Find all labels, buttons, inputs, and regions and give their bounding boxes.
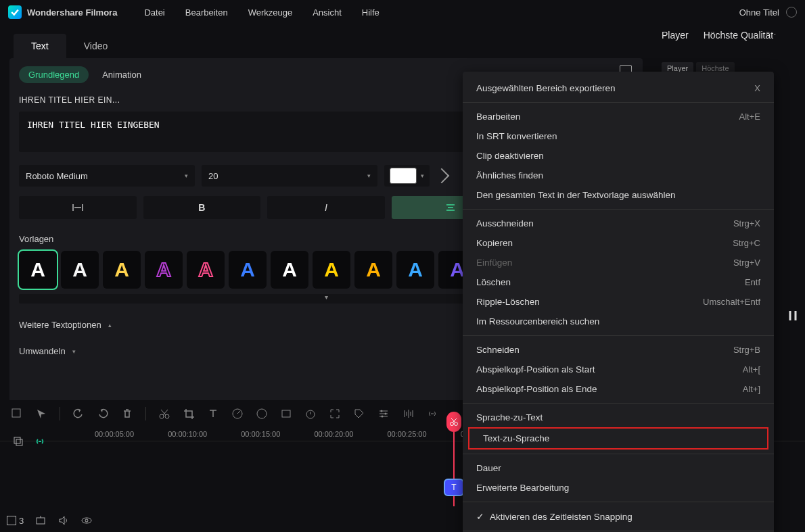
menu-hilfe[interactable]: Hilfe bbox=[362, 7, 380, 18]
text-icon[interactable] bbox=[207, 408, 219, 420]
context-menu-item[interactable]: BearbeitenAlt+E bbox=[463, 107, 774, 126]
clip-text-icon[interactable]: T bbox=[444, 479, 464, 496]
bold-button[interactable]: B bbox=[143, 196, 261, 219]
panel-tabs: Text Video bbox=[0, 24, 649, 58]
svg-point-4 bbox=[257, 409, 267, 418]
delete-icon[interactable] bbox=[121, 408, 133, 420]
menu-items: Datei Bearbeiten Werkzeuge Ansicht Hilfe bbox=[144, 7, 379, 18]
template-item[interactable]: A bbox=[313, 251, 350, 289]
svg-point-11 bbox=[455, 422, 458, 426]
project-title: Ohne Titel bbox=[739, 7, 779, 18]
font-select[interactable]: Roboto Medium ▾ bbox=[19, 165, 195, 187]
tag-icon[interactable] bbox=[353, 408, 365, 420]
context-menu-item[interactable]: Aktivieren des Zeitleisten Snapping bbox=[463, 506, 774, 527]
template-item[interactable]: A bbox=[396, 251, 434, 289]
context-menu: Ausgewählten Bereich exportierenXBearbei… bbox=[463, 72, 774, 532]
char-spacing-button[interactable] bbox=[19, 196, 137, 219]
svg-point-8 bbox=[385, 413, 387, 415]
context-menu-item[interactable]: Abspielkopf-Position als EndeAlt+] bbox=[463, 379, 774, 399]
link-active-icon[interactable] bbox=[34, 435, 46, 448]
pause-icon[interactable] bbox=[787, 310, 800, 322]
tab-text[interactable]: Text bbox=[14, 34, 66, 58]
settings-icon[interactable] bbox=[377, 408, 390, 420]
subtab-grundlegend[interactable]: Grundlegend bbox=[19, 66, 89, 83]
context-menu-item[interactable]: Abspielkopf-Position als StartAlt+[ bbox=[463, 360, 774, 379]
template-item[interactable]: A bbox=[271, 251, 308, 289]
context-menu-item[interactable]: Erweiterte Bearbeitung bbox=[463, 478, 774, 498]
context-menu-item[interactable]: Den gesamten Text in der Textvorlage aus… bbox=[463, 185, 774, 205]
italic-button[interactable]: I bbox=[267, 196, 385, 219]
volume-icon[interactable] bbox=[58, 514, 70, 527]
pointer-icon[interactable] bbox=[35, 408, 47, 420]
context-menu-item[interactable]: Dauer bbox=[463, 458, 774, 478]
quality-select[interactable]: Höchste Qualität˅ bbox=[704, 30, 777, 41]
frame-icon[interactable] bbox=[280, 408, 292, 420]
layers-count[interactable]: 3 bbox=[7, 516, 24, 526]
crop-icon[interactable] bbox=[183, 408, 195, 420]
eye-icon[interactable] bbox=[80, 514, 93, 527]
menu-datei[interactable]: Datei bbox=[144, 7, 164, 18]
context-menu-item[interactable]: Ripple-LöschenUmschalt+Entf bbox=[463, 292, 774, 312]
context-menu-item[interactable]: KopierenStrg+C bbox=[463, 233, 774, 253]
tab-video[interactable]: Video bbox=[66, 34, 126, 58]
redo-icon[interactable] bbox=[97, 408, 109, 420]
svg-point-9 bbox=[382, 416, 384, 418]
context-menu-separator bbox=[463, 502, 774, 502]
time-mark: 00:00:20:00 bbox=[314, 430, 353, 438]
focus-icon[interactable] bbox=[329, 408, 341, 420]
context-menu-item[interactable]: AusschneidenStrg+X bbox=[463, 214, 774, 233]
color-chip bbox=[390, 168, 417, 184]
template-item[interactable]: A bbox=[19, 251, 57, 289]
cut-icon[interactable] bbox=[158, 408, 170, 420]
undo-icon[interactable] bbox=[72, 408, 85, 420]
subtab-animation[interactable]: Animation bbox=[102, 70, 141, 80]
font-select-value: Roboto Medium bbox=[26, 171, 88, 181]
reverse-icon[interactable] bbox=[256, 408, 268, 420]
template-item[interactable]: A bbox=[229, 251, 267, 289]
speed-icon[interactable] bbox=[231, 408, 244, 420]
text-color-picker[interactable]: ▾ bbox=[384, 165, 430, 187]
eyedropper-icon[interactable] bbox=[434, 168, 450, 184]
svg-point-13 bbox=[82, 518, 91, 523]
context-menu-item[interactable]: Ausgewählten Bereich exportierenX bbox=[463, 78, 774, 98]
status-bar: 3 bbox=[7, 514, 93, 527]
menubar: Wondershare Filmora Datei Bearbeiten Wer… bbox=[0, 0, 805, 24]
link-icon[interactable] bbox=[426, 408, 438, 420]
template-item[interactable]: A bbox=[103, 251, 141, 289]
time-mark: 00:00:05:00 bbox=[95, 430, 134, 438]
template-item[interactable]: A bbox=[145, 251, 183, 289]
template-item[interactable]: A bbox=[354, 251, 392, 289]
svg-point-10 bbox=[451, 422, 454, 426]
weitere-label: Weitere Textoptionen bbox=[19, 320, 101, 330]
font-size-select[interactable]: 20 ▾ bbox=[202, 165, 377, 187]
context-menu-item[interactable]: Ähnliches finden bbox=[463, 166, 774, 185]
chevron-down-icon: ▾ bbox=[72, 348, 76, 355]
timer-icon[interactable] bbox=[304, 408, 317, 420]
svg-rect-12 bbox=[37, 518, 45, 524]
menu-ansicht[interactable]: Ansicht bbox=[313, 7, 342, 18]
duplicate-icon[interactable] bbox=[12, 435, 24, 448]
context-menu-item[interactable]: Text-zu-Sprache bbox=[468, 427, 768, 450]
audio-icon[interactable] bbox=[402, 408, 414, 420]
context-menu-item[interactable]: LöschenEntf bbox=[463, 272, 774, 292]
chevron-up-icon: ▴ bbox=[108, 322, 112, 329]
umwandeln-label: Umwandeln bbox=[19, 346, 66, 356]
context-menu-separator bbox=[463, 335, 774, 336]
status-circle-icon bbox=[786, 7, 797, 18]
context-menu-item[interactable]: Im Ressourcenbereich suchen bbox=[463, 312, 774, 331]
template-item[interactable]: A bbox=[187, 251, 225, 289]
context-menu-item[interactable]: Sprache-zu-Text bbox=[463, 408, 774, 427]
app-logo-icon bbox=[8, 5, 22, 19]
template-item[interactable]: A bbox=[61, 251, 99, 289]
context-menu-item[interactable]: Clip deaktivieren bbox=[463, 146, 774, 166]
export-icon[interactable] bbox=[34, 514, 47, 527]
chevron-down-icon: ▾ bbox=[421, 172, 424, 179]
time-mark: 00:00:25:00 bbox=[388, 430, 427, 438]
context-menu-item[interactable]: SchneidenStrg+B bbox=[463, 340, 774, 360]
select-icon[interactable] bbox=[11, 408, 23, 420]
context-menu-item[interactable]: In SRT konvertieren bbox=[463, 126, 774, 146]
player-label[interactable]: Player bbox=[662, 30, 689, 41]
menu-werkzeuge[interactable]: Werkzeuge bbox=[248, 7, 293, 18]
playhead-knob-icon[interactable] bbox=[446, 412, 461, 432]
menu-bearbeiten[interactable]: Bearbeiten bbox=[185, 7, 228, 18]
